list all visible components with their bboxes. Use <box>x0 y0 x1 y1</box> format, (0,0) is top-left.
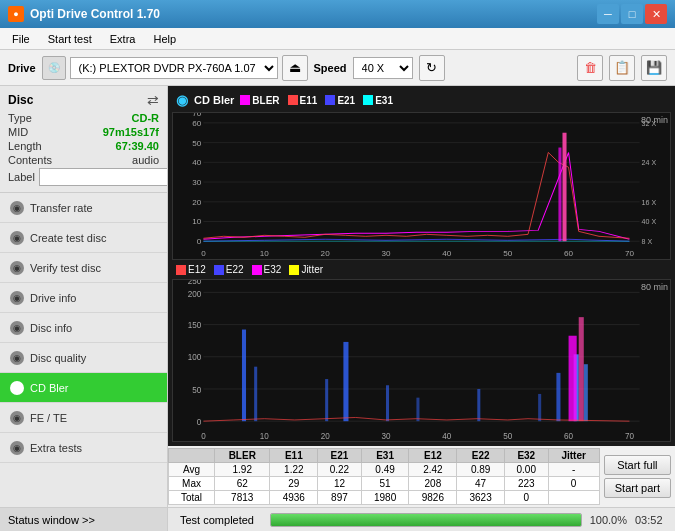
chart-upper-svg: 0 10 20 30 40 50 60 70 0 10 20 30 40 50 … <box>173 113 670 259</box>
row-total-label: Total <box>169 491 215 505</box>
disc-label-input[interactable] <box>39 168 168 186</box>
sidebar-item-extra-tests[interactable]: ◉ Extra tests <box>0 433 167 463</box>
cd-bler-icon: ◉ <box>10 381 24 395</box>
row-total-e31: 1980 <box>361 491 409 505</box>
svg-text:70: 70 <box>625 249 635 258</box>
speed-select[interactable]: 40 X <box>353 57 413 79</box>
col-header-empty <box>169 449 215 463</box>
row-avg-e21: 0.22 <box>318 463 362 477</box>
menu-file[interactable]: File <box>4 31 38 47</box>
chart-title-icon: ◉ <box>176 92 188 108</box>
sidebar-item-cd-bler[interactable]: ◉ CD Bler <box>0 373 167 403</box>
stats-area: BLER E11 E21 E31 E12 E22 E32 Jitter <box>168 446 675 507</box>
svg-rect-52 <box>254 367 257 421</box>
svg-text:50: 50 <box>503 430 512 441</box>
svg-rect-57 <box>477 389 480 421</box>
sidebar-item-transfer-rate[interactable]: ◉ Transfer rate <box>0 193 167 223</box>
col-header-bler: BLER <box>215 449 270 463</box>
erase-button[interactable]: 🗑 <box>577 55 603 81</box>
start-part-button[interactable]: Start part <box>604 478 671 498</box>
minimize-button[interactable]: ─ <box>597 4 619 24</box>
status-window-button[interactable]: Status window >> <box>0 508 168 531</box>
elapsed-time: 03:52 <box>635 514 671 526</box>
disc-expand-button[interactable]: ⇄ <box>147 92 159 108</box>
stats-table: BLER E11 E21 E31 E12 E22 E32 Jitter <box>168 448 600 505</box>
row-avg-e32: 0.00 <box>505 463 549 477</box>
svg-rect-61 <box>584 364 588 421</box>
row-max-e11: 29 <box>270 477 318 491</box>
start-full-button[interactable]: Start full <box>604 455 671 475</box>
svg-rect-30 <box>558 148 561 242</box>
progress-bar <box>270 513 582 527</box>
disc-info-icon: ◉ <box>10 321 24 335</box>
svg-rect-53 <box>325 379 328 421</box>
drive-icon: 💿 <box>42 56 66 80</box>
svg-text:50: 50 <box>503 249 513 258</box>
maximize-button[interactable]: □ <box>621 4 643 24</box>
sidebar-item-disc-quality[interactable]: ◉ Disc quality <box>0 343 167 373</box>
svg-text:0: 0 <box>197 237 202 246</box>
close-button[interactable]: ✕ <box>645 4 667 24</box>
row-avg-jitter: - <box>548 463 599 477</box>
svg-rect-58 <box>538 394 541 421</box>
svg-text:60: 60 <box>192 119 202 128</box>
disc-label-label: Label <box>8 171 35 183</box>
sidebar-item-fe-te[interactable]: ◉ FE / TE <box>0 403 167 433</box>
chart-upper: 0 10 20 30 40 50 60 70 0 10 20 30 40 50 … <box>172 112 671 260</box>
col-header-e31: E31 <box>361 449 409 463</box>
nav-label-create-test-disc: Create test disc <box>30 232 106 244</box>
table-row: Max 62 29 12 51 208 47 223 0 <box>169 477 600 491</box>
disc-contents-value: audio <box>132 154 159 166</box>
svg-text:200: 200 <box>188 289 202 300</box>
row-max-e21: 12 <box>318 477 362 491</box>
legend-e32: E32 <box>264 264 282 275</box>
col-header-jitter: Jitter <box>548 449 599 463</box>
drive-label: Drive <box>8 62 36 74</box>
svg-text:16 X: 16 X <box>642 199 657 206</box>
svg-text:8 X: 8 X <box>642 238 653 245</box>
legend-e12: E12 <box>188 264 206 275</box>
create-test-disc-icon: ◉ <box>10 231 24 245</box>
sidebar-item-drive-info[interactable]: ◉ Drive info <box>0 283 167 313</box>
copy-button[interactable]: 📋 <box>609 55 635 81</box>
chart-container: ◉ CD Bler BLER E11 E21 E31 <box>168 86 675 446</box>
svg-text:10: 10 <box>260 249 270 258</box>
sidebar-item-create-test-disc[interactable]: ◉ Create test disc <box>0 223 167 253</box>
table-row: Avg 1.92 1.22 0.22 0.49 2.42 0.89 0.00 - <box>169 463 600 477</box>
row-max-e22: 47 <box>457 477 505 491</box>
sidebar-item-disc-info[interactable]: ◉ Disc info <box>0 313 167 343</box>
row-max-jitter: 0 <box>548 477 599 491</box>
chart-legend-upper: BLER E11 E21 E31 <box>240 95 393 106</box>
svg-rect-55 <box>386 385 389 421</box>
menu-bar: File Start test Extra Help <box>0 28 675 50</box>
row-total-bler: 7813 <box>215 491 270 505</box>
status-right: Test completed 100.0% 03:52 <box>168 513 675 527</box>
nav-label-drive-info: Drive info <box>30 292 76 304</box>
save-button[interactable]: 💾 <box>641 55 667 81</box>
test-completed-label: Test completed <box>172 514 262 526</box>
app-title: Opti Drive Control 1.70 <box>30 7 160 21</box>
nav-label-disc-info: Disc info <box>30 322 72 334</box>
menu-help[interactable]: Help <box>145 31 184 47</box>
svg-text:40: 40 <box>442 430 451 441</box>
row-max-e31: 51 <box>361 477 409 491</box>
menu-start-test[interactable]: Start test <box>40 31 100 47</box>
svg-rect-59 <box>556 373 560 421</box>
drive-dropdown[interactable]: (K:) PLEXTOR DVDR PX-760A 1.07 <box>70 57 278 79</box>
refresh-button[interactable]: ↻ <box>419 55 445 81</box>
row-max-e12: 208 <box>409 477 457 491</box>
fe-te-icon: ◉ <box>10 411 24 425</box>
nav-label-cd-bler: CD Bler <box>30 382 69 394</box>
eject-button[interactable]: ⏏ <box>282 55 308 81</box>
svg-text:150: 150 <box>188 320 202 331</box>
table-row: Total 7813 4936 897 1980 9826 3623 0 <box>169 491 600 505</box>
disc-panel: Disc ⇄ Type CD-R MID 97m15s17f Length 67… <box>0 86 167 193</box>
svg-text:30: 30 <box>192 178 202 187</box>
sidebar-item-verify-test-disc[interactable]: ◉ Verify test disc <box>0 253 167 283</box>
menu-extra[interactable]: Extra <box>102 31 144 47</box>
disc-mid-value: 97m15s17f <box>103 126 159 138</box>
svg-text:30: 30 <box>381 430 390 441</box>
progress-percent: 100.0% <box>590 514 627 526</box>
chart-title-bar: ◉ CD Bler BLER E11 E21 E31 <box>172 90 671 110</box>
disc-type-label: Type <box>8 112 32 124</box>
